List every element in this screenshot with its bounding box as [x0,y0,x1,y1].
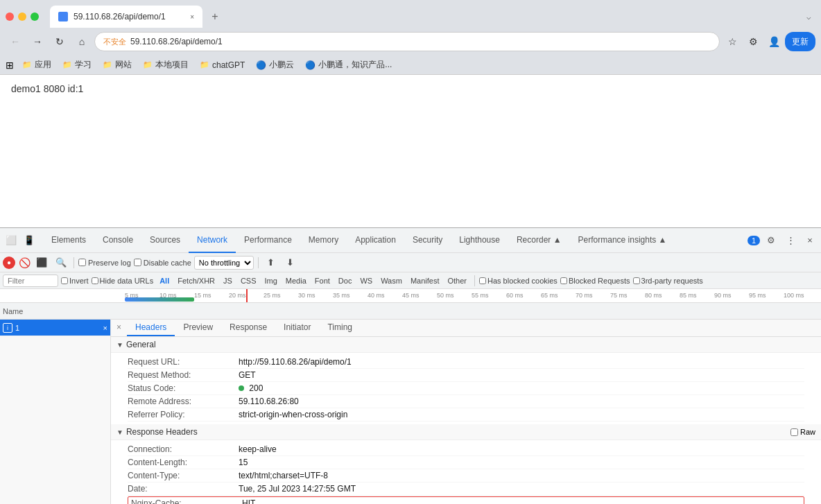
reload-button[interactable]: ↻ [50,32,69,51]
tab-elements[interactable]: Elements [43,228,94,253]
third-party-input[interactable] [633,277,640,284]
tab-close-button[interactable]: × [190,13,194,21]
tab-recorder[interactable]: Recorder ▲ [508,228,570,253]
filter-css[interactable]: CSS [237,276,260,286]
invert-label: Invert [69,277,89,285]
filter-ws[interactable]: WS [356,276,376,286]
tab-preview[interactable]: Preview [175,320,221,336]
disable-cache-input[interactable] [134,259,141,266]
devtools-toolbar: ⬜ 📱 Elements Console Sources Network Per… [0,228,821,253]
apps-icon[interactable]: ⊞ [6,60,14,71]
devtools-settings-button[interactable]: ⚙ [763,232,779,249]
more-windows-button[interactable]: ⌵ [802,10,815,24]
request-url-row: Request URL: http://59.110.68.26/api/dem… [128,356,804,369]
back-button[interactable]: ← [6,32,25,51]
filter-input[interactable] [3,275,58,287]
tick-15ms: 15 ms [194,292,211,299]
import-button[interactable]: ⬆ [263,254,279,271]
search-button[interactable]: 🔍 [53,254,69,271]
filter-other[interactable]: Other [444,276,470,286]
bookmark-xiaopeng2[interactable]: 🔵 小鹏通，知识产品... [302,58,395,72]
blocked-cookies-input[interactable] [479,277,486,284]
nginx-cache-value: HIT [242,498,801,504]
hide-data-urls-checkbox[interactable]: Hide data URLs [92,277,154,285]
bookmark-chatgpt[interactable]: 📁 chatGPT [197,59,248,71]
bookmark-button[interactable]: ☆ [723,32,742,51]
filter-fetch-xhr[interactable]: Fetch/XHR [174,276,218,286]
third-party-checkbox[interactable]: 3rd-party requests [633,277,703,285]
blocked-requests-checkbox[interactable]: Blocked Requests [560,277,630,285]
bookmark-apps[interactable]: 📁 应用 [19,58,54,72]
tab-timing[interactable]: Timing [319,320,361,336]
close-request[interactable]: × [103,324,107,332]
request-item-1[interactable]: i 1 × [0,320,110,336]
response-headers-section-header[interactable]: ▼ Response Headers Raw [111,424,821,440]
raw-checkbox[interactable]: Raw [790,428,815,436]
preserve-log-input[interactable] [78,259,86,266]
bookmark-site[interactable]: 📁 网站 [100,58,135,72]
bookmark-xiaopeng[interactable]: 🔵 小鹏云 [253,58,297,72]
general-section-header[interactable]: ▼ General [111,337,821,353]
filter-doc[interactable]: Doc [335,276,356,286]
filter-button[interactable]: ⬛ [33,254,50,271]
profile-button[interactable]: 👤 [764,32,784,51]
tab-performance[interactable]: Performance [236,228,300,253]
export-button[interactable]: ⬇ [282,254,299,271]
update-button[interactable]: 更新 [785,32,815,51]
network-panel: Name i 1 × × Headers [0,303,821,504]
maximize-window-button[interactable] [31,12,39,21]
close-window-button[interactable] [6,12,14,21]
inspect-element-button[interactable]: ⬜ [3,232,19,249]
tab-memory[interactable]: Memory [300,228,347,253]
invert-input[interactable] [61,277,68,284]
clear-log-button[interactable]: 🚫 [18,257,31,269]
tab-headers[interactable]: Headers [127,320,175,336]
bookmark-local[interactable]: 📁 本地项目 [140,58,191,72]
devtools-tabs: Elements Console Sources Network Perform… [43,228,747,253]
disable-cache-checkbox[interactable]: Disable cache [134,259,191,267]
bookmark-label: 网站 [115,59,132,71]
filter-img[interactable]: Img [261,276,281,286]
blocked-cookies-checkbox[interactable]: Has blocked cookies [479,277,558,285]
preserve-log-checkbox[interactable]: Preserve log [78,259,131,267]
tab-performance-insights[interactable]: Performance insights ▲ [570,228,675,253]
filter-js[interactable]: JS [220,276,236,286]
forward-button[interactable]: → [28,32,47,51]
page-text: demo1 8080 id:1 [11,83,810,94]
throttle-select[interactable]: No throttling [194,256,254,270]
tab-security[interactable]: Security [404,228,451,253]
invert-checkbox[interactable]: Invert [61,277,89,285]
tab-initiator[interactable]: Initiator [275,320,319,336]
blocked-requests-input[interactable] [560,277,567,284]
filter-media[interactable]: Media [282,276,310,286]
remote-address-label: Remote Address: [128,397,239,406]
tab-sources[interactable]: Sources [141,228,189,253]
tab-response[interactable]: Response [221,320,275,336]
extension-button[interactable]: ⚙ [743,32,763,51]
address-bar[interactable]: 不安全 59.110.68.26/api/demo/1 [94,32,720,51]
filter-all[interactable]: All [156,276,173,286]
filter-manifest[interactable]: Manifest [407,276,443,286]
hide-data-urls-input[interactable] [92,277,98,284]
devtools-more-button[interactable]: ⋮ [782,232,799,249]
filter-wasm[interactable]: Wasm [377,276,406,286]
raw-input[interactable] [790,428,798,436]
date-row: Date: Tue, 25 Jul 2023 14:27:55 GMT [128,483,804,496]
filter-font[interactable]: Font [311,276,334,286]
devtools-close-button[interactable]: × [802,232,818,249]
detail-close-button[interactable]: × [111,320,127,336]
tab-network[interactable]: Network [189,228,236,253]
tab-application[interactable]: Application [347,228,404,253]
device-toolbar-button[interactable]: 📱 [21,232,37,249]
home-button[interactable]: ⌂ [72,32,92,51]
minimize-window-button[interactable] [18,12,26,21]
tab-console[interactable]: Console [94,228,141,253]
record-button[interactable]: ● [3,257,15,269]
title-bar: 59.110.68.26/api/demo/1 × + ⌵ [0,0,821,28]
bookmark-label: chatGPT [212,60,245,70]
active-tab[interactable]: 59.110.68.26/api/demo/1 × [50,6,202,28]
response-headers-arrow: ▼ [116,428,123,436]
bookmark-study[interactable]: 📁 学习 [60,58,94,72]
new-tab-button[interactable]: + [205,7,225,26]
tab-lighthouse[interactable]: Lighthouse [451,228,508,253]
